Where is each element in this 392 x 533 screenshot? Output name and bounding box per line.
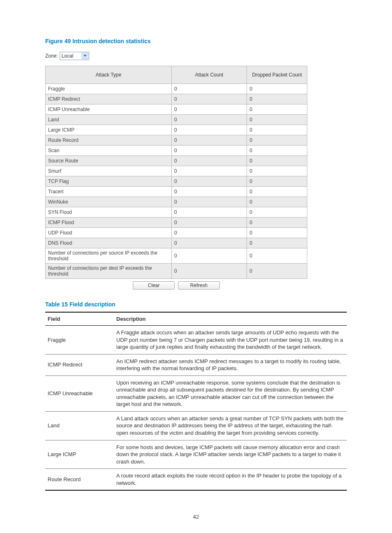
- attack-type-cell: WinNuke: [46, 197, 172, 207]
- desc-header-desc: Description: [114, 312, 347, 326]
- attack-count-cell: 0: [171, 125, 247, 135]
- dropped-count-cell: 0: [247, 264, 307, 279]
- dropped-count-cell: 0: [247, 176, 307, 187]
- table-row: Route RecordA route record attack exploi…: [45, 469, 347, 491]
- table-row: ICMP Flood00: [46, 218, 307, 228]
- dropped-count-cell: 0: [247, 135, 307, 146]
- description-cell: For some hosts and devices, large ICMP p…: [114, 440, 347, 469]
- desc-table: Field Description FraggleA Fraggle attac…: [45, 312, 347, 491]
- refresh-button[interactable]: Refresh: [178, 281, 220, 290]
- attack-count-cell: 0: [171, 218, 247, 228]
- attack-type-cell: Route Record: [46, 135, 172, 146]
- table-row: DNS Flood00: [46, 238, 307, 248]
- description-cell: An ICMP redirect attacker sends ICMP red…: [114, 354, 347, 375]
- dropped-count-cell: 0: [247, 228, 307, 238]
- attack-count-cell: 0: [171, 176, 247, 187]
- attack-type-cell: Tracert: [46, 187, 172, 197]
- table-title: Table 15 Field description: [45, 301, 347, 308]
- description-cell: A Land attack occurs when an attacker se…: [114, 411, 347, 440]
- attack-type-cell: ICMP Flood: [46, 218, 172, 228]
- attack-type-cell: Number of connections per dest IP exceed…: [46, 264, 172, 279]
- table-row: Land00: [46, 115, 307, 125]
- dropped-count-cell: 0: [247, 84, 307, 94]
- dropped-count-cell: 0: [247, 218, 307, 228]
- table-row: Fraggle00: [46, 84, 307, 94]
- table-row: Source Route00: [46, 156, 307, 166]
- figure-title: Figure 49 Intrusion detection statistics: [45, 38, 347, 44]
- action-row: Clear Refresh: [45, 281, 307, 290]
- attack-type-cell: SYN Flood: [46, 207, 172, 218]
- attack-type-cell: Smurf: [46, 166, 172, 176]
- zone-row: Zone: Local: [45, 52, 347, 60]
- table-row: ICMP RedirectAn ICMP redirect attacker s…: [45, 354, 347, 375]
- attack-count-cell: 0: [171, 228, 247, 238]
- description-cell: Upon receiving an ICMP unreachable respo…: [114, 375, 347, 411]
- attack-count-cell: 0: [171, 238, 247, 248]
- clear-button[interactable]: Clear: [133, 281, 175, 290]
- attack-type-cell: UDP Flood: [46, 228, 172, 238]
- table-row: ICMP UnreachableUpon receiving an ICMP u…: [45, 375, 347, 411]
- attack-count-cell: 0: [171, 135, 247, 146]
- attack-type-cell: Fraggle: [46, 84, 172, 94]
- attack-count-cell: 0: [171, 264, 247, 279]
- attack-count-cell: 0: [171, 84, 247, 94]
- field-cell: ICMP Unreachable: [45, 375, 114, 411]
- attack-type-cell: Scan: [46, 146, 172, 156]
- table-row: UDP Flood00: [46, 228, 307, 238]
- table-row: LandA Land attack occurs when an attacke…: [45, 411, 347, 440]
- dropped-count-cell: 0: [247, 248, 307, 264]
- attack-count-cell: 0: [171, 156, 247, 166]
- table-row: Large ICMPFor some hosts and devices, la…: [45, 440, 347, 469]
- zone-select-value: Local: [60, 52, 81, 60]
- dropped-count-cell: 0: [247, 166, 307, 176]
- field-cell: Land: [45, 411, 114, 440]
- attack-type-cell: ICMP Redirect: [46, 94, 172, 104]
- description-cell: A route record attack exploits the route…: [114, 469, 347, 491]
- dropped-count-cell: 0: [247, 104, 307, 115]
- table-row: Number of connections per source IP exce…: [46, 248, 307, 264]
- zone-select[interactable]: Local: [60, 52, 89, 60]
- table-row: Number of connections per dest IP exceed…: [46, 264, 307, 279]
- dropped-count-cell: 0: [247, 238, 307, 248]
- page-number: 42: [0, 514, 392, 520]
- table-row: WinNuke00: [46, 197, 307, 207]
- attack-count-cell: 0: [171, 104, 247, 115]
- stats-table: Attack Type Attack Count Dropped Packet …: [45, 66, 307, 279]
- dropped-count-cell: 0: [247, 197, 307, 207]
- dropped-count-cell: 0: [247, 187, 307, 197]
- attack-type-cell: Land: [46, 115, 172, 125]
- attack-type-cell: TCP Flag: [46, 176, 172, 187]
- dropped-count-cell: 0: [247, 146, 307, 156]
- chevron-down-icon[interactable]: [82, 53, 88, 59]
- attack-count-cell: 0: [171, 248, 247, 264]
- attack-type-cell: ICMP Unreachable: [46, 104, 172, 115]
- attack-count-cell: 0: [171, 115, 247, 125]
- zone-label: Zone:: [45, 53, 58, 59]
- attack-count-cell: 0: [171, 197, 247, 207]
- table-row: Tracert00: [46, 187, 307, 197]
- table-row: TCP Flag00: [46, 176, 307, 187]
- attack-type-cell: Number of connections per source IP exce…: [46, 248, 172, 264]
- attack-type-cell: DNS Flood: [46, 238, 172, 248]
- attack-type-cell: Large ICMP: [46, 125, 172, 135]
- field-cell: Fraggle: [45, 326, 114, 355]
- table-row: Large ICMP00: [46, 125, 307, 135]
- stats-header-count: Attack Count: [171, 66, 247, 84]
- attack-count-cell: 0: [171, 166, 247, 176]
- table-row: ICMP Unreachable00: [46, 104, 307, 115]
- dropped-count-cell: 0: [247, 156, 307, 166]
- dropped-count-cell: 0: [247, 94, 307, 104]
- table-row: Route Record00: [46, 135, 307, 146]
- dropped-count-cell: 0: [247, 115, 307, 125]
- attack-count-cell: 0: [171, 94, 247, 104]
- attack-count-cell: 0: [171, 187, 247, 197]
- attack-type-cell: Source Route: [46, 156, 172, 166]
- dropped-count-cell: 0: [247, 207, 307, 218]
- field-cell: Route Record: [45, 469, 114, 491]
- table-row: ICMP Redirect00: [46, 94, 307, 104]
- table-row: Scan00: [46, 146, 307, 156]
- stats-header-type: Attack Type: [46, 66, 172, 84]
- attack-count-cell: 0: [171, 146, 247, 156]
- field-cell: ICMP Redirect: [45, 354, 114, 375]
- attack-count-cell: 0: [171, 207, 247, 218]
